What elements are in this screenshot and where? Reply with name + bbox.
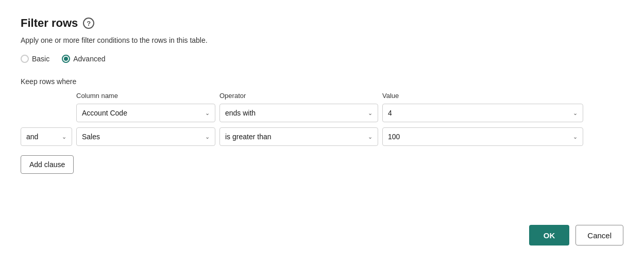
row2-connector-chevron: ⌄ bbox=[62, 134, 66, 140]
filter-header-row: Column name Operator Value bbox=[21, 92, 623, 100]
row1-value-value: 4 bbox=[388, 109, 573, 117]
row1-value-dropdown[interactable]: 4 ⌄ bbox=[382, 104, 583, 122]
footer-buttons: OK Cancel bbox=[529, 225, 623, 245]
radio-group: Basic Advanced bbox=[21, 55, 623, 63]
dialog-title: Filter rows bbox=[21, 17, 78, 30]
row2-column-chevron: ⌄ bbox=[205, 134, 210, 140]
filter-rows-dialog: Filter rows ? Apply one or more filter c… bbox=[0, 0, 644, 262]
row2-value-dropdown[interactable]: 100 ⌄ bbox=[382, 127, 583, 146]
column-name-header: Column name bbox=[76, 92, 215, 100]
filter-row-2: and ⌄ Sales ⌄ is greater than ⌄ 100 ⌄ bbox=[21, 127, 623, 146]
row2-operator-value: is greater than bbox=[225, 133, 368, 141]
row1-operator-dropdown[interactable]: ends with ⌄ bbox=[219, 104, 378, 122]
radio-advanced[interactable]: Advanced bbox=[62, 55, 105, 63]
help-icon[interactable]: ? bbox=[83, 18, 94, 29]
radio-basic-circle bbox=[21, 55, 29, 63]
filter-row-1: Account Code ⌄ ends with ⌄ 4 ⌄ bbox=[21, 104, 623, 122]
row2-operator-chevron: ⌄ bbox=[368, 134, 372, 140]
radio-basic[interactable]: Basic bbox=[21, 55, 49, 63]
cancel-button[interactable]: Cancel bbox=[575, 225, 623, 245]
radio-basic-label: Basic bbox=[32, 55, 49, 63]
radio-advanced-circle bbox=[62, 55, 70, 63]
value-header: Value bbox=[382, 92, 583, 100]
row2-column-dropdown[interactable]: Sales ⌄ bbox=[76, 127, 215, 146]
row1-column-dropdown[interactable]: Account Code ⌄ bbox=[76, 104, 215, 122]
dialog-subtitle: Apply one or more filter conditions to t… bbox=[21, 36, 623, 44]
row1-column-value: Account Code bbox=[82, 109, 205, 117]
row1-operator-chevron: ⌄ bbox=[368, 110, 372, 117]
row1-operator-value: ends with bbox=[225, 109, 368, 117]
keep-rows-label: Keep rows where bbox=[21, 77, 623, 86]
row2-value-value: 100 bbox=[388, 133, 573, 141]
radio-advanced-label: Advanced bbox=[73, 55, 105, 63]
title-row: Filter rows ? bbox=[21, 17, 623, 30]
row2-connector-dropdown[interactable]: and ⌄ bbox=[21, 127, 72, 146]
row2-operator-dropdown[interactable]: is greater than ⌄ bbox=[219, 127, 378, 146]
ok-button[interactable]: OK bbox=[529, 225, 570, 245]
row2-column-value: Sales bbox=[82, 133, 205, 141]
row2-connector-value: and bbox=[26, 133, 62, 141]
row2-value-chevron: ⌄ bbox=[573, 134, 578, 140]
add-clause-button[interactable]: Add clause bbox=[21, 155, 74, 174]
operator-header: Operator bbox=[219, 92, 378, 100]
row1-value-chevron: ⌄ bbox=[573, 110, 578, 117]
row1-column-chevron: ⌄ bbox=[205, 110, 210, 117]
